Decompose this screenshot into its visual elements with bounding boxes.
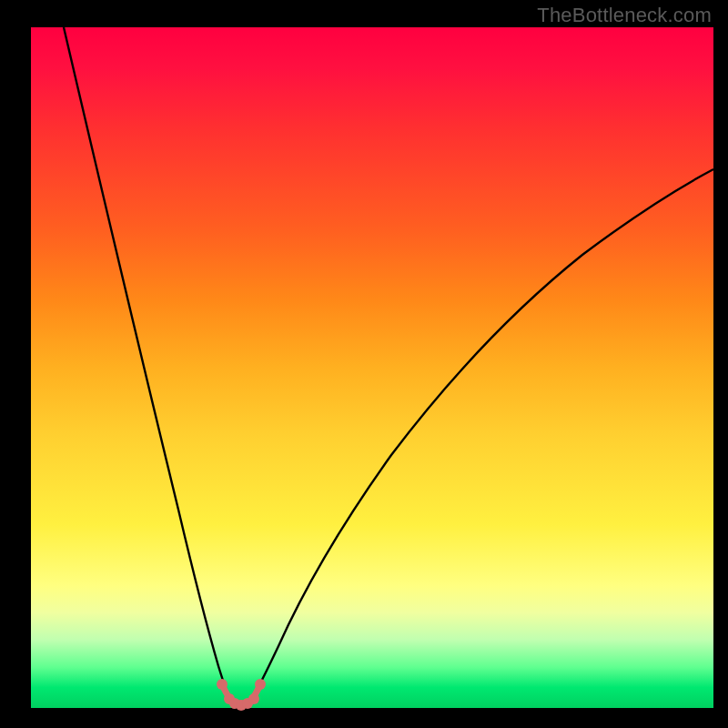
curve-right xyxy=(253,169,713,697)
curve-left xyxy=(64,27,229,697)
trough-marker xyxy=(217,679,228,690)
trough-marker xyxy=(248,693,259,704)
chart-frame: TheBottleneck.com xyxy=(0,0,728,728)
curve-layer xyxy=(0,0,728,728)
trough-marker xyxy=(255,679,266,690)
bottleneck-curve xyxy=(64,27,713,703)
